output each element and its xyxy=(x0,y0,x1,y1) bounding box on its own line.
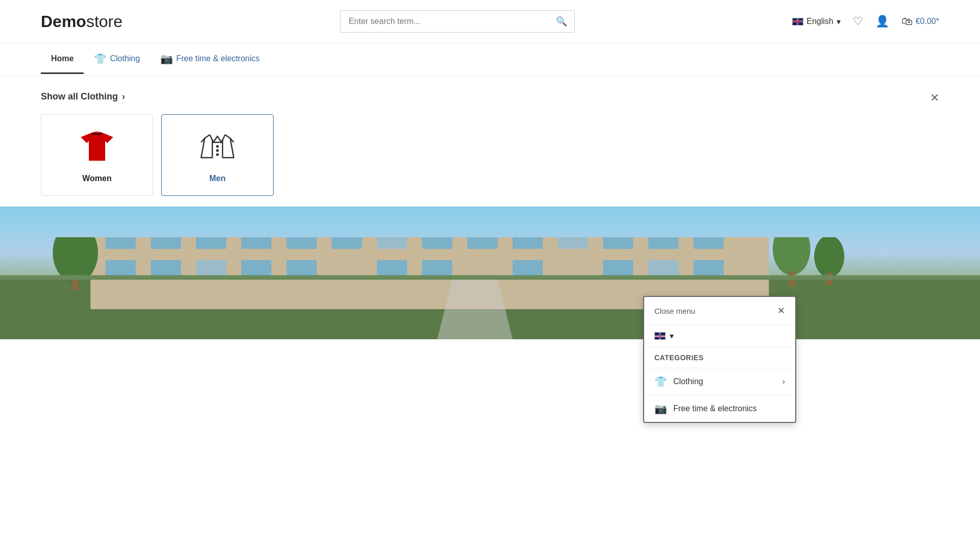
nav-item-electronics[interactable]: 📷 Free time & electronics xyxy=(150,43,270,76)
men-icon xyxy=(197,127,238,168)
search-bar: 🔍 xyxy=(340,10,575,33)
side-menu-categories-label: Categories xyxy=(644,347,795,368)
men-card-label: Men xyxy=(209,174,226,183)
svg-rect-9 xyxy=(241,237,272,249)
svg-rect-12 xyxy=(377,237,407,249)
nav-label-home: Home xyxy=(51,54,74,63)
show-all-label: Show all Clothing xyxy=(41,91,118,102)
svg-rect-7 xyxy=(151,237,181,249)
svg-point-0 xyxy=(217,146,218,147)
svg-rect-17 xyxy=(603,237,633,249)
hero-banner xyxy=(0,207,980,339)
show-all-arrow-icon: › xyxy=(122,91,125,102)
wishlist-icon[interactable]: ♡ xyxy=(853,15,863,28)
side-menu-clothing-arrow-icon: › xyxy=(782,377,785,386)
electronics-nav-icon: 📷 xyxy=(160,53,173,65)
side-menu-item-electronics[interactable]: 📷 Free time & electronics xyxy=(644,395,795,422)
svg-rect-13 xyxy=(422,237,452,249)
show-all-link[interactable]: Show all Clothing › xyxy=(41,91,939,102)
side-menu-clothing-icon: 👕 xyxy=(654,375,667,388)
main-nav: Home 👕 Clothing 📷 Free time & electronic… xyxy=(0,43,980,76)
language-dropdown-icon: ▾ xyxy=(837,17,841,27)
svg-rect-38 xyxy=(0,275,980,280)
svg-point-35 xyxy=(814,237,844,278)
svg-rect-19 xyxy=(694,237,724,249)
nav-label-clothing: Clothing xyxy=(110,54,140,63)
search-input[interactable] xyxy=(340,11,549,32)
women-icon xyxy=(77,127,117,168)
svg-rect-15 xyxy=(512,237,543,249)
account-icon[interactable]: 👤 xyxy=(875,15,889,28)
side-menu-lang-arrow: ▾ xyxy=(670,331,674,341)
cart-icon: 🛍 xyxy=(901,15,913,28)
side-menu-clothing-label: Clothing xyxy=(673,377,703,386)
side-menu-flag-icon xyxy=(654,332,666,340)
svg-point-33 xyxy=(773,237,811,275)
svg-point-1 xyxy=(217,150,218,152)
cart-amount: €0.00* xyxy=(916,17,939,26)
side-menu-electronics-label: Free time & electronics xyxy=(673,404,757,413)
language-label: English xyxy=(806,17,833,26)
side-menu-panel: Close menu ✕ ▾ Categories 👕 Clothing › 📷… xyxy=(643,296,796,423)
svg-rect-8 xyxy=(196,237,226,249)
close-dropdown-button[interactable]: ✕ xyxy=(930,91,939,105)
logo-bold: Demo xyxy=(41,12,86,31)
svg-rect-14 xyxy=(468,237,498,249)
flag-uk-icon xyxy=(792,18,803,26)
svg-rect-18 xyxy=(648,237,678,249)
search-button[interactable]: 🔍 xyxy=(549,11,574,32)
header: Demostore 🔍 English ▾ ♡ 👤 🛍 €0.00* xyxy=(0,0,980,43)
women-card-label: Women xyxy=(82,174,111,183)
side-menu-item-clothing[interactable]: 👕 Clothing › xyxy=(644,368,795,395)
logo[interactable]: Demostore xyxy=(41,12,122,31)
side-menu-lang[interactable]: ▾ xyxy=(644,325,795,347)
svg-rect-16 xyxy=(558,237,588,249)
svg-point-2 xyxy=(217,154,218,156)
side-menu-close-button[interactable]: ✕ xyxy=(777,305,785,316)
dropdown-area: ✕ Show all Clothing › Women xyxy=(0,76,980,207)
side-menu-item-clothing-left: 👕 Clothing xyxy=(654,375,703,388)
side-menu-electronics-icon: 📷 xyxy=(654,403,667,415)
cart-area[interactable]: 🛍 €0.00* xyxy=(901,15,939,28)
nav-item-clothing[interactable]: 👕 Clothing xyxy=(84,43,150,76)
category-cards: Women Men xyxy=(41,114,939,196)
svg-rect-11 xyxy=(332,237,362,249)
logo-light: store xyxy=(86,12,122,31)
category-card-men[interactable]: Men xyxy=(161,114,274,196)
nav-label-electronics: Free time & electronics xyxy=(176,54,260,63)
language-selector[interactable]: English ▾ xyxy=(792,17,840,27)
clothing-nav-icon: 👕 xyxy=(94,53,107,65)
close-menu-label[interactable]: Close menu xyxy=(654,307,695,315)
header-right: English ▾ ♡ 👤 🛍 €0.00* xyxy=(792,15,939,28)
nav-item-home[interactable]: Home xyxy=(41,45,84,74)
side-menu-header: Close menu ✕ xyxy=(644,297,795,325)
svg-rect-10 xyxy=(286,237,316,249)
hero-building-svg xyxy=(0,237,980,339)
svg-rect-6 xyxy=(106,237,136,249)
side-menu-item-electronics-left: 📷 Free time & electronics xyxy=(654,403,757,415)
category-card-women[interactable]: Women xyxy=(41,114,153,196)
